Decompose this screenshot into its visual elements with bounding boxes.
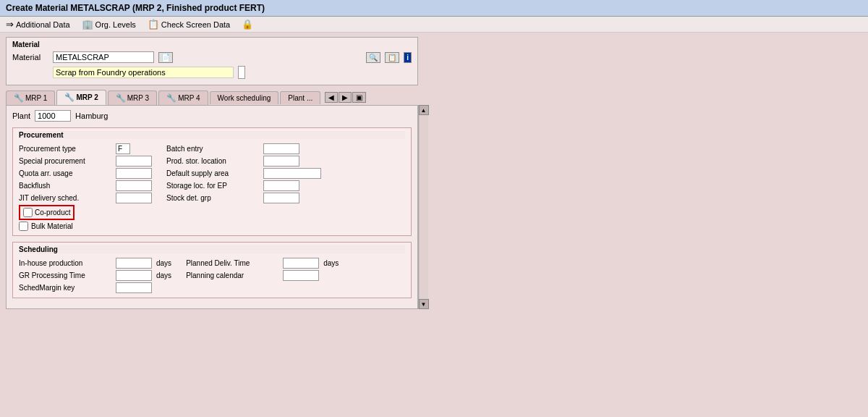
procurement-group: Procurement Procurement type Special pro… <box>12 127 412 236</box>
scroll-down-button[interactable]: ▼ <box>419 299 429 309</box>
scroll-up-button[interactable]: ▲ <box>419 105 429 115</box>
tab-mrp4[interactable]: 🔧 MRP 4 <box>158 90 208 105</box>
main-content: Material Material 📄 🔍 📋 i 🔧 MRP 1 🔧 MRP … <box>0 33 868 313</box>
backflush-input[interactable] <box>116 180 152 191</box>
check-screen-button[interactable]: 📋 Check Screen Data <box>148 19 230 30</box>
form-container: Plant Hamburg Procurement Procurement ty… <box>6 105 418 309</box>
vertical-scrollbar[interactable]: ▲ ▼ <box>418 105 428 309</box>
tab-prev-button[interactable]: ◀ <box>325 92 338 103</box>
backflush-label: Backflush <box>19 182 113 190</box>
gr-processing-input[interactable] <box>116 270 152 281</box>
tab-mrp1-icon: 🔧 <box>14 93 24 103</box>
material-list-icon[interactable]: 📄 <box>158 52 173 63</box>
tab-mrp2-label: MRP 2 <box>76 93 98 101</box>
special-procurement-label: Special procurement <box>19 157 113 165</box>
tab-mrp1-label: MRP 1 <box>25 94 47 102</box>
jit-delivery-label: JIT delivery sched. <box>19 194 113 202</box>
planned-deliv-label: Planned Deliv. Time <box>186 259 280 267</box>
plant-name: Hamburg <box>75 111 108 120</box>
plant-input[interactable] <box>35 110 71 122</box>
org-levels-icon: 🏢 <box>82 19 93 30</box>
material-search-icon[interactable]: 🔍 <box>366 52 380 63</box>
procurement-right: Batch entry Prod. stor. location Default… <box>166 143 321 232</box>
tab-list-button[interactable]: ▣ <box>352 92 366 103</box>
material-info-icon[interactable]: i <box>404 52 412 63</box>
material-description-input[interactable] <box>53 67 234 78</box>
material-field-label: Material <box>12 53 48 62</box>
toolbar: ⇒ Additional Data 🏢 Org. Levels 📋 Check … <box>0 17 868 33</box>
bulk-material-checkbox[interactable] <box>19 222 28 231</box>
batch-entry-row: Batch entry <box>166 143 321 154</box>
tab-plant-label: Plant ... <box>288 94 312 102</box>
procurement-title: Procurement <box>19 131 405 139</box>
default-supply-input[interactable] <box>263 168 321 179</box>
jit-delivery-row: JIT delivery sched. <box>19 193 152 203</box>
lock-button[interactable]: 🔒 <box>242 19 253 30</box>
tab-plant[interactable]: Plant ... <box>280 91 320 104</box>
co-product-checkbox[interactable] <box>23 208 33 217</box>
gr-processing-label: GR Processing Time <box>19 271 113 279</box>
tab-mrp2-icon: 🔧 <box>64 93 75 102</box>
procurement-type-input[interactable] <box>116 143 130 154</box>
material-copy-icon[interactable]: 📋 <box>385 52 399 63</box>
scheduling-right: Planned Deliv. Time days Planning calend… <box>186 258 339 295</box>
stock-det-label: Stock det. grp <box>166 194 260 202</box>
scheduling-left: In-house production days GR Processing T… <box>19 258 171 295</box>
quota-arr-row: Quota arr. usage <box>19 168 152 179</box>
material-row: Material 📄 🔍 📋 i <box>12 51 412 63</box>
tabs-bar: 🔧 MRP 1 🔧 MRP 2 🔧 MRP 3 🔧 MRP 4 Work sch… <box>6 90 418 105</box>
special-procurement-row: Special procurement <box>19 156 152 167</box>
material-input[interactable] <box>53 51 154 63</box>
additional-data-label: Additional Data <box>16 20 70 29</box>
scheduling-fields: In-house production days GR Processing T… <box>19 258 405 295</box>
prod-stor-input[interactable] <box>263 156 299 167</box>
sched-margin-input[interactable] <box>116 282 152 293</box>
co-product-box: Co-product <box>19 205 75 220</box>
tab-mrp2[interactable]: 🔧 MRP 2 <box>56 90 106 105</box>
planned-deliv-input[interactable] <box>283 258 319 269</box>
inhouse-prod-unit: days <box>156 259 171 267</box>
special-procurement-input[interactable] <box>116 156 152 167</box>
procurement-type-row: Procurement type <box>19 143 152 154</box>
plant-label: Plant <box>12 111 30 120</box>
default-supply-row: Default supply area <box>166 168 321 179</box>
scheduling-title: Scheduling <box>19 245 405 253</box>
org-levels-label: Org. Levels <box>95 20 136 29</box>
quota-arr-input[interactable] <box>116 168 152 179</box>
tab-mrp1[interactable]: 🔧 MRP 1 <box>6 90 55 105</box>
gr-processing-unit: days <box>156 271 171 279</box>
stock-det-row: Stock det. grp <box>166 193 321 203</box>
inhouse-prod-label: In-house production <box>19 259 113 267</box>
co-product-label: Co-product <box>35 208 70 216</box>
storage-loc-input[interactable] <box>263 180 299 191</box>
bulk-material-row: Bulk Material <box>19 222 152 231</box>
prod-stor-row: Prod. stor. location <box>166 156 321 167</box>
lock-icon: 🔒 <box>242 19 253 30</box>
tab-mrp4-icon: 🔧 <box>166 93 176 103</box>
additional-data-icon: ⇒ <box>6 19 14 30</box>
batch-entry-input[interactable] <box>263 143 299 154</box>
inhouse-prod-input[interactable] <box>116 258 152 269</box>
tab-work-scheduling[interactable]: Work scheduling <box>210 91 279 104</box>
procurement-left: Procurement type Special procurement Quo… <box>19 143 152 232</box>
tab-mrp3[interactable]: 🔧 MRP 3 <box>108 90 157 105</box>
jit-delivery-input[interactable] <box>116 193 152 203</box>
desc-indicator <box>238 66 245 79</box>
bulk-material-label: Bulk Material <box>31 222 73 230</box>
batch-entry-label: Batch entry <box>166 145 260 153</box>
planning-calendar-input[interactable] <box>283 270 319 281</box>
stock-det-input[interactable] <box>263 193 299 203</box>
scroll-track <box>420 115 428 299</box>
tab-next-button[interactable]: ▶ <box>339 92 352 103</box>
procurement-fields: Procurement type Special procurement Quo… <box>19 143 405 232</box>
additional-data-button[interactable]: ⇒ Additional Data <box>6 19 70 30</box>
tab-work-scheduling-label: Work scheduling <box>218 94 271 102</box>
org-levels-button[interactable]: 🏢 Org. Levels <box>82 19 136 30</box>
tab-mrp4-label: MRP 4 <box>178 94 200 102</box>
scheduling-group: Scheduling In-house production days GR P… <box>12 242 412 298</box>
planned-deliv-row: Planned Deliv. Time days <box>186 258 339 269</box>
co-product-row: Co-product <box>19 205 152 220</box>
planning-calendar-row: Planning calendar <box>186 270 339 281</box>
check-screen-icon: 📋 <box>148 19 159 30</box>
check-screen-label: Check Screen Data <box>161 20 230 29</box>
